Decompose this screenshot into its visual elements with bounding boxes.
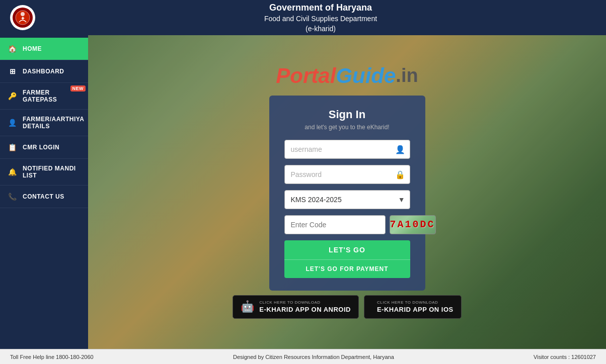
password-group: 🔒	[284, 165, 410, 184]
visitor-count-text: Visitor counts : 12601027	[534, 354, 596, 360]
android-label: E-KHARID APP ON ANROID	[259, 305, 351, 314]
helpline-text: Toll Free Help line 1800-180-2060	[10, 354, 94, 360]
home-icon: 🏠	[8, 44, 18, 54]
season-select[interactable]: KMS 2024-2025 KMS 2023-2024 KMS 2022-202…	[284, 190, 410, 209]
center-panel: PortalGuide.in Sign In and let's get you…	[88, 35, 606, 319]
payment-button[interactable]: LET'S GO FOR PAYMENT	[284, 259, 410, 278]
sidebar-item-contact-us[interactable]: 📞 CONTACT US	[0, 186, 88, 208]
portal-name: (e-kharid)	[45, 24, 596, 34]
content-area: PortalGuide.in Sign In and let's get you…	[88, 35, 606, 349]
header-title: Government of Haryana Food and Civil Sup…	[45, 2, 596, 34]
sidebar-item-cmr-label: CMR LOGIN	[23, 144, 59, 151]
sidebar-item-farmer-aarthiya[interactable]: 👤 FARMER/AARTHIYA DETAILS	[0, 110, 88, 136]
captcha-image: 7A10DC	[390, 215, 436, 234]
main-area: 🏠 HOME ⊞ DASHBOARD 🔑 FARMER GATEPASS NEW…	[0, 35, 606, 349]
sidebar-item-mandi-label: NOTIFIED MANDI LIST	[23, 165, 81, 179]
lock-icon: 🔒	[395, 169, 405, 179]
emblem-svg: ✦	[12, 7, 33, 28]
sidebar-item-dashboard-label: DASHBOARD	[23, 68, 64, 75]
username-input[interactable]	[284, 140, 410, 159]
dashboard-icon: ⊞	[8, 66, 18, 76]
header: ✦ Government of Haryana Food and Civil S…	[0, 0, 606, 35]
login-button[interactable]: LET'S GO	[284, 240, 410, 259]
season-group: KMS 2024-2025 KMS 2023-2024 KMS 2022-202…	[284, 190, 410, 209]
signin-box: Sign In and let's get you to the eKharid…	[269, 96, 425, 291]
android-download-button[interactable]: 🤖 CLICK HERE TO DOWNLOAD E-KHARID APP ON…	[233, 295, 359, 319]
gatepass-icon: 🔑	[8, 91, 18, 101]
contact-icon: 📞	[8, 192, 18, 202]
android-app-text: CLICK HERE TO DOWNLOAD E-KHARID APP ON A…	[259, 300, 351, 314]
footer: Toll Free Help line 1800-180-2060 Design…	[0, 349, 606, 364]
guide-text: Guide	[336, 64, 396, 88]
signin-subtitle: and let's get you to the eKharid!	[284, 124, 410, 131]
signin-title: Sign In	[284, 108, 410, 121]
ios-app-text: CLICK HERE TO DOWNLOAD E-KHARID APP ON I…	[377, 300, 453, 314]
sidebar-item-cmr-login[interactable]: 📋 CMR LOGIN	[0, 136, 88, 159]
sidebar-item-home-label: HOME	[23, 45, 42, 52]
dotin-text: .in	[396, 65, 418, 86]
captcha-input[interactable]	[284, 215, 386, 234]
portal-text: Portal	[276, 64, 336, 88]
sidebar-item-home[interactable]: 🏠 HOME	[0, 38, 88, 60]
govt-name: Government of Haryana	[45, 2, 596, 14]
portal-logo: PortalGuide.in	[276, 64, 418, 88]
captcha-row: 7A10DC	[284, 215, 410, 234]
user-icon: 👤	[395, 144, 405, 154]
sidebar-item-farmer-label: FARMER/AARTHIYA DETAILS	[23, 116, 84, 130]
dept-name: Food and Civil Supplies Department	[45, 14, 596, 24]
password-input[interactable]	[284, 165, 410, 184]
android-icon: 🤖	[241, 300, 254, 313]
ios-click-text: CLICK HERE TO DOWNLOAD	[377, 300, 453, 305]
app-downloads: 🤖 CLICK HERE TO DOWNLOAD E-KHARID APP ON…	[88, 295, 606, 319]
sidebar-item-contact-label: CONTACT US	[23, 193, 64, 200]
sidebar-item-farmer-gatepass[interactable]: 🔑 FARMER GATEPASS NEW	[0, 83, 88, 110]
farmer-icon: 👤	[8, 118, 18, 128]
government-logo: ✦	[10, 5, 35, 30]
ios-label: E-KHARID APP ON IOS	[377, 305, 453, 314]
sidebar-item-notified-mandi[interactable]: 🔔 NOTIFIED MANDI LIST	[0, 159, 88, 186]
android-click-text: CLICK HERE TO DOWNLOAD	[259, 300, 351, 305]
ios-download-button[interactable]: CLICK HERE TO DOWNLOAD E-KHARID APP ON I…	[364, 295, 462, 319]
svg-point-3	[21, 12, 25, 16]
username-group: 👤	[284, 140, 410, 159]
designed-by-text: Designed by Citizen Resources Informatio…	[233, 354, 394, 360]
cmr-icon: 📋	[8, 142, 18, 152]
sidebar-item-dashboard[interactable]: ⊞ DASHBOARD	[0, 60, 88, 83]
mandi-icon: 🔔	[8, 167, 18, 177]
new-badge: NEW	[70, 85, 86, 92]
sidebar: 🏠 HOME ⊞ DASHBOARD 🔑 FARMER GATEPASS NEW…	[0, 35, 88, 349]
